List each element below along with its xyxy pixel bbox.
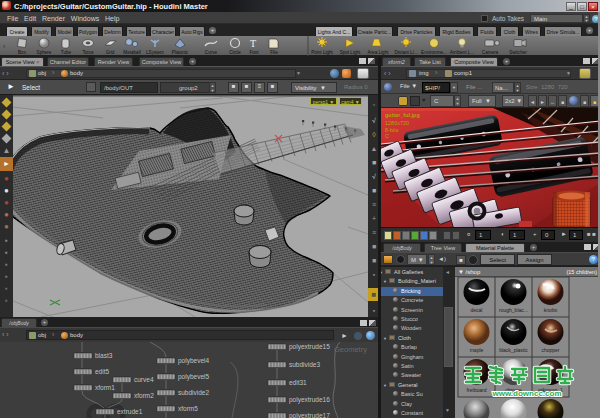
svg-text:www.downcc.com: www.downcc.com bbox=[491, 389, 561, 398]
svg-text:Spot Light: Spot Light bbox=[340, 50, 361, 55]
svg-text:subdivide2: subdivide2 bbox=[178, 389, 209, 396]
svg-text:blast3: blast3 bbox=[95, 352, 113, 359]
svg-text:rough_blac...: rough_blac... bbox=[499, 307, 528, 313]
svg-text:Camera: Camera bbox=[482, 50, 499, 55]
svg-text:Font: Font bbox=[249, 50, 259, 55]
svg-text:T: T bbox=[250, 38, 256, 49]
svg-text:LSystem: LSystem bbox=[146, 50, 164, 55]
svg-text:Tube: Tube bbox=[61, 50, 72, 55]
svg-text:Metaball: Metaball bbox=[123, 50, 140, 55]
svg-text:1280x720: 1280x720 bbox=[385, 120, 409, 126]
svg-text:Platonic: Platonic bbox=[172, 50, 189, 55]
svg-text:xform2: xform2 bbox=[134, 392, 154, 399]
svg-text:Circle: Circle bbox=[229, 50, 241, 55]
svg-text:Geometry: Geometry bbox=[334, 345, 367, 354]
svg-text:edit31: edit31 bbox=[289, 379, 307, 386]
svg-text:xform1: xform1 bbox=[95, 384, 115, 391]
svg-text:Point Light: Point Light bbox=[311, 50, 333, 55]
svg-text:Area Light: Area Light bbox=[368, 50, 390, 55]
svg-text:polyextrude16: polyextrude16 bbox=[289, 396, 330, 404]
svg-text:decal: decal bbox=[471, 307, 483, 313]
svg-text:Ambient L...: Ambient L... bbox=[450, 50, 475, 55]
svg-text:maple: maple bbox=[470, 347, 484, 353]
svg-text:Sphere: Sphere bbox=[37, 50, 52, 55]
svg-text:knobs: knobs bbox=[544, 307, 558, 313]
svg-text:Torus: Torus bbox=[82, 50, 94, 55]
svg-text:black_plastic: black_plastic bbox=[499, 347, 528, 353]
svg-text:polybevel5: polybevel5 bbox=[178, 373, 209, 381]
svg-text:chopper: chopper bbox=[541, 347, 559, 353]
svg-text:Distant Li...: Distant Li... bbox=[395, 50, 418, 55]
svg-text:Box: Box bbox=[18, 50, 27, 55]
svg-text:polyextrude17: polyextrude17 bbox=[289, 412, 330, 418]
svg-text:edit5: edit5 bbox=[95, 368, 109, 375]
svg-text:Curve: Curve bbox=[205, 50, 218, 55]
svg-text:8-bits: 8-bits bbox=[385, 127, 399, 133]
svg-text:curve4: curve4 bbox=[134, 376, 154, 383]
svg-text:polybevel4: polybevel4 bbox=[178, 357, 209, 365]
svg-text:extrude1: extrude1 bbox=[117, 408, 143, 415]
svg-text:subdivide3: subdivide3 bbox=[289, 361, 320, 368]
svg-text:Grid: Grid bbox=[106, 50, 115, 55]
svg-text:Switcher: Switcher bbox=[509, 50, 527, 55]
svg-text:guitar_ful.jpg: guitar_ful.jpg bbox=[385, 112, 420, 118]
svg-text:polyextrude15: polyextrude15 bbox=[289, 343, 330, 351]
svg-text:C: C bbox=[385, 133, 389, 139]
svg-text:xform5: xform5 bbox=[178, 405, 198, 412]
svg-text:File: File bbox=[270, 50, 278, 55]
svg-text:Environme...: Environme... bbox=[421, 50, 447, 55]
svg-text:‹: ‹ bbox=[3, 43, 6, 50]
